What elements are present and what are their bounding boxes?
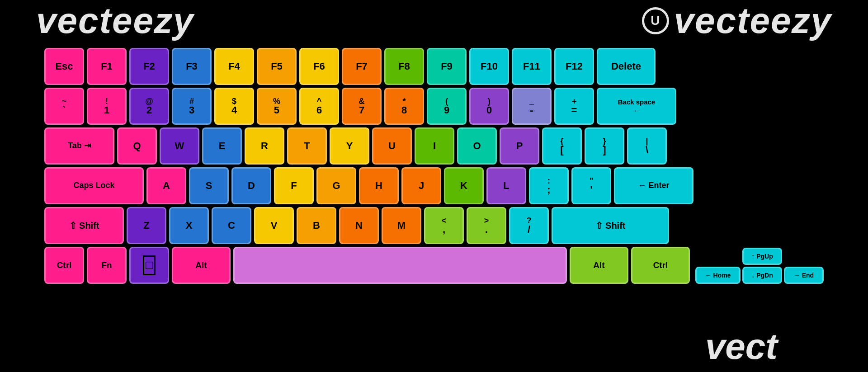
key-j[interactable]: J: [401, 167, 441, 204]
function-row: Esc F1 F2 F3 F4 F5 F6 F7 F8 F9 F10 F11 F…: [44, 48, 824, 85]
key-tilde[interactable]: ~ `: [44, 88, 84, 125]
key-home-label: ← Home: [705, 272, 731, 279]
key-z[interactable]: Z: [127, 207, 166, 244]
key-g[interactable]: G: [316, 167, 356, 204]
key-q-label: Q: [133, 140, 141, 152]
key-equals[interactable]: + =: [554, 88, 594, 125]
key-3[interactable]: # 3: [172, 88, 212, 125]
key-win[interactable]: □: [129, 247, 169, 284]
key-1[interactable]: ! 1: [87, 88, 127, 125]
key-w[interactable]: W: [160, 127, 199, 165]
key-backspace[interactable]: Back space←: [597, 88, 676, 125]
key-esc[interactable]: Esc: [44, 48, 84, 85]
key-s-label: S: [206, 180, 212, 192]
key-f10-label: F10: [481, 61, 498, 72]
key-f4[interactable]: F4: [214, 48, 254, 85]
watermark-top: vecteezy U vecteezy: [0, 0, 868, 42]
key-home[interactable]: ← Home: [695, 267, 741, 284]
key-7[interactable]: & 7: [342, 88, 382, 125]
key-q[interactable]: Q: [117, 127, 157, 165]
key-comma[interactable]: < ,: [424, 207, 464, 244]
key-m[interactable]: M: [382, 207, 421, 244]
key-slash[interactable]: ? /: [509, 207, 549, 244]
key-backslash[interactable]: | \: [627, 127, 667, 165]
key-pgup[interactable]: ↑ PgUp: [742, 248, 782, 265]
key-4[interactable]: $ 4: [214, 88, 254, 125]
key-n[interactable]: N: [339, 207, 379, 244]
key-f8[interactable]: F8: [384, 48, 424, 85]
key-c[interactable]: C: [212, 207, 251, 244]
key-e[interactable]: E: [202, 127, 242, 165]
key-f9[interactable]: F9: [427, 48, 467, 85]
key-alt-left[interactable]: Alt: [172, 247, 231, 284]
key-f3[interactable]: F3: [172, 48, 212, 85]
key-x[interactable]: X: [169, 207, 209, 244]
key-alt-right[interactable]: Alt: [570, 247, 628, 284]
key-f5[interactable]: F5: [257, 48, 297, 85]
key-i[interactable]: I: [415, 127, 454, 165]
key-k-label: K: [460, 180, 467, 192]
key-end[interactable]: → End: [784, 267, 824, 284]
key-semicolon[interactable]: : ;: [529, 167, 569, 204]
key-f10[interactable]: F10: [469, 48, 509, 85]
key-rbracket[interactable]: } ]: [585, 127, 624, 165]
key-f12[interactable]: F12: [554, 48, 594, 85]
key-f2-label: F2: [143, 61, 155, 72]
key-g-label: G: [332, 180, 340, 192]
key-f[interactable]: F: [274, 167, 314, 204]
nav-top: ↑ PgUp: [695, 248, 824, 265]
key-8[interactable]: * 8: [384, 88, 424, 125]
key-minus[interactable]: _ -: [512, 88, 552, 125]
key-l[interactable]: L: [486, 167, 526, 204]
key-f2[interactable]: F2: [129, 48, 169, 85]
key-b[interactable]: B: [297, 207, 336, 244]
key-u[interactable]: U: [372, 127, 412, 165]
key-lshift[interactable]: ⇧ Shift: [44, 207, 124, 244]
key-o-label: O: [473, 140, 481, 152]
nav-cluster: ↑ PgUp ← Home ↓ PgDn → End: [695, 248, 824, 284]
key-v[interactable]: V: [254, 207, 294, 244]
key-f5-label: F5: [271, 61, 283, 72]
key-h[interactable]: H: [359, 167, 399, 204]
key-f4-label: F4: [228, 61, 240, 72]
key-enter[interactable]: ← Enter: [614, 167, 693, 204]
key-pgdn-label: ↓ PgDn: [751, 272, 773, 279]
key-p[interactable]: P: [500, 127, 539, 165]
key-s[interactable]: S: [189, 167, 229, 204]
key-5[interactable]: % 5: [257, 88, 297, 125]
key-ctrl-right[interactable]: Ctrl: [631, 247, 690, 284]
key-f6[interactable]: F6: [299, 48, 339, 85]
key-d[interactable]: D: [231, 167, 271, 204]
key-o[interactable]: O: [457, 127, 497, 165]
key-f7[interactable]: F7: [342, 48, 382, 85]
key-f11[interactable]: F11: [512, 48, 552, 85]
key-t-label: T: [304, 140, 310, 152]
key-t[interactable]: T: [287, 127, 327, 165]
key-a-label: A: [163, 180, 170, 192]
key-space[interactable]: [233, 247, 567, 284]
key-tab[interactable]: Tab ⇥: [44, 127, 114, 165]
key-pgdn[interactable]: ↓ PgDn: [742, 267, 782, 284]
key-delete[interactable]: Delete: [597, 48, 656, 85]
key-9[interactable]: ( 9: [427, 88, 467, 125]
key-rshift[interactable]: ⇧ Shift: [552, 207, 669, 244]
key-y[interactable]: Y: [330, 127, 369, 165]
nav-bottom: ← Home ↓ PgDn → End: [695, 267, 824, 284]
key-2[interactable]: @ 2: [129, 88, 169, 125]
key-capslock[interactable]: Caps Lock: [44, 167, 144, 204]
bottom-row: Ctrl Fn □ Alt Alt Ctrl ↑ PgUp ← Home ↓ P…: [44, 247, 824, 284]
key-f6-label: F6: [313, 61, 325, 72]
key-a[interactable]: A: [146, 167, 186, 204]
key-rshift-label: ⇧ Shift: [595, 220, 626, 231]
key-6[interactable]: ^ 6: [299, 88, 339, 125]
key-period[interactable]: > .: [467, 207, 506, 244]
key-0[interactable]: ) 0: [469, 88, 509, 125]
key-k[interactable]: K: [444, 167, 484, 204]
key-r[interactable]: R: [245, 127, 284, 165]
key-lbracket[interactable]: { [: [542, 127, 582, 165]
key-f1[interactable]: F1: [87, 48, 127, 85]
key-f8-label: F8: [398, 61, 410, 72]
key-fn[interactable]: Fn: [87, 247, 127, 284]
key-quote[interactable]: " ': [571, 167, 611, 204]
key-ctrl-left[interactable]: Ctrl: [44, 247, 84, 284]
